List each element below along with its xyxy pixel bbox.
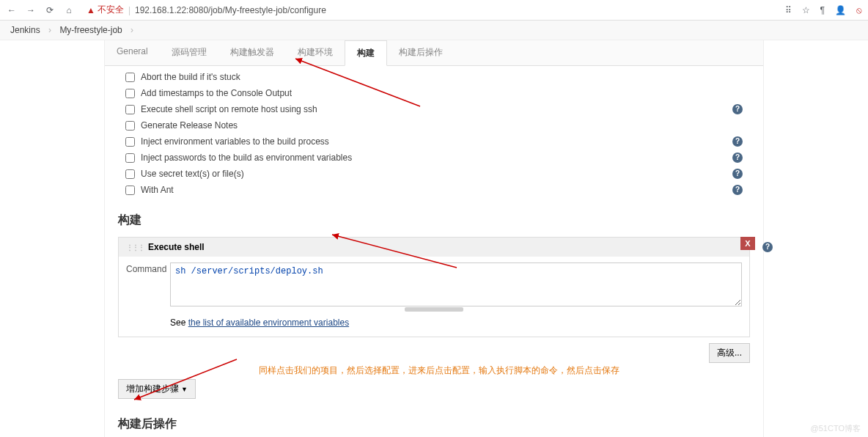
pilcrow-icon[interactable]: ¶ [820,5,825,15]
help-icon[interactable]: ? [732,153,743,163]
env-check-label: Generate Release Notes [141,120,238,131]
env-check-label: Abort the build if it's stuck [141,72,240,82]
watermark: @51CTO博客 [811,423,861,434]
command-textarea[interactable] [170,262,742,306]
env-checkbox[interactable] [125,105,135,114]
translate-icon[interactable]: ⠿ [785,5,792,15]
env-checkbox[interactable] [125,153,135,163]
env-check-row: Abort the build if it's stuck [105,69,763,85]
url-bar[interactable]: ▲ 不安全 | 192.168.1.22:8080/job/My-freesty… [87,4,778,16]
post-build-title: 构建后操作 [105,405,763,437]
breadcrumb-root[interactable]: Jenkins [10,25,40,35]
env-check-row: Inject environment variables to the buil… [105,133,763,150]
insecure-badge: ▲ 不安全 [87,4,124,16]
chevron-down-icon: ▼ [181,386,188,393]
browser-toolbar: ← → ⟳ ⌂ ▲ 不安全 | 192.168.1.22:8080/job/My… [0,0,868,21]
annotation-text: 同样点击我们的项目，然后选择配置，进来后点击配置，输入执行脚本的命令，然后点击保… [259,364,619,377]
tab-triggers[interactable]: 构建触发器 [218,40,286,65]
build-section-title: 构建 [105,201,763,237]
env-checkbox[interactable] [125,169,135,179]
env-check-row: With Ant? [105,182,763,198]
tab-post[interactable]: 构建后操作 [387,40,455,65]
help-icon[interactable]: ? [762,242,773,252]
env-checkbox[interactable] [125,186,135,195]
stop-icon[interactable]: ⦸ [856,5,862,15]
execute-shell-step: X ? ⋮⋮⋮ Execute shell Command See the li… [118,237,750,337]
insecure-label: 不安全 [98,4,124,16]
build-env-options: Abort the build if it's stuckAdd timesta… [105,66,763,201]
star-icon[interactable]: ☆ [802,5,810,15]
help-icon[interactable]: ? [732,104,743,114]
tab-build[interactable]: 构建 [345,40,387,66]
add-build-step-button[interactable]: 增加构建步骤▼ [118,379,196,399]
env-check-label: Execute shell script on remote host usin… [141,104,317,114]
env-check-label: Inject environment variables to the buil… [141,136,329,147]
warning-icon: ▲ [87,5,95,15]
env-checkbox[interactable] [125,121,135,131]
tab-env[interactable]: 构建环境 [286,40,345,65]
breadcrumb-job[interactable]: My-freestyle-job [59,25,122,35]
profile-icon[interactable]: 👤 [835,5,846,15]
env-check-row: Execute shell script on remote host usin… [105,101,763,117]
env-check-label: With Ant [141,185,174,195]
env-vars-link[interactable]: the list of available environment variab… [188,317,349,328]
delete-step-button[interactable]: X [740,237,755,250]
env-check-label: Add timestamps to the Console Output [141,88,292,98]
tab-general[interactable]: General [105,40,160,65]
home-icon[interactable]: ⌂ [63,5,75,15]
advanced-button[interactable]: 高级... [709,343,750,363]
env-checkbox[interactable] [125,73,135,82]
reload-icon[interactable]: ⟳ [44,5,56,15]
help-icon[interactable]: ? [732,185,743,195]
env-checkbox[interactable] [125,89,135,98]
back-icon[interactable]: ← [6,5,18,15]
breadcrumb: Jenkins › My-freestyle-job › [0,21,868,40]
config-tabs: General 源码管理 构建触发器 构建环境 构建 构建后操作 [105,40,763,66]
step-header[interactable]: ⋮⋮⋮ Execute shell [119,238,749,257]
env-checkbox[interactable] [125,137,135,147]
step-title: Execute shell [148,242,205,252]
env-check-label: Inject passwords to the build as environ… [141,153,352,163]
help-icon[interactable]: ? [732,136,743,147]
env-link-prefix: See [170,317,188,328]
env-check-row: Inject passwords to the build as environ… [105,150,763,166]
forward-icon[interactable]: → [25,5,37,15]
env-check-row: Add timestamps to the Console Output [105,85,763,101]
command-label: Command [126,262,170,306]
env-check-row: Generate Release Notes [105,117,763,133]
help-icon[interactable]: ? [732,169,743,179]
config-page: General 源码管理 构建触发器 构建环境 构建 构建后操作 Abort t… [104,40,764,437]
url-text: 192.168.1.22:8080/job/My-freestyle-job/c… [135,5,326,15]
env-check-label: Use secret text(s) or file(s) [141,169,244,179]
drag-handle-icon[interactable]: ⋮⋮⋮ [126,243,144,251]
env-check-row: Use secret text(s) or file(s)? [105,166,763,182]
tab-scm[interactable]: 源码管理 [160,40,218,65]
